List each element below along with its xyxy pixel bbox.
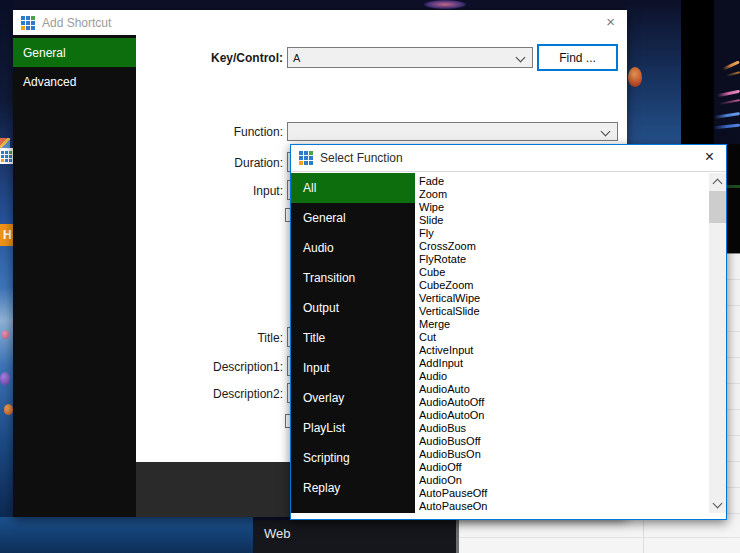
description1-label: Description1: [113, 360, 283, 374]
sidebar-tab-label: Advanced [23, 75, 76, 89]
function-list-item[interactable]: CrossZoom [419, 240, 709, 253]
thumbnail-icon [0, 138, 10, 148]
dialog-title: Add Shortcut [42, 16, 111, 30]
function-list-item[interactable]: AudioBusOn [419, 448, 709, 461]
function-list-item[interactable]: AudioOn [419, 474, 709, 487]
desktop: H Web Add Shortcut × [0, 0, 740, 553]
wallpaper-left-strip [0, 0, 13, 553]
category-tab-label: Audio [303, 241, 334, 255]
close-icon[interactable]: × [705, 147, 714, 167]
category-tab-label: Input [303, 361, 330, 375]
category-tab-label: Replay [303, 481, 340, 495]
partial-button: H [0, 224, 13, 246]
balloon-image [4, 404, 13, 415]
vmix-logo-icon [299, 151, 313, 165]
background-black-panel [681, 0, 714, 144]
category-tab[interactable]: Overlay [291, 383, 415, 413]
chevron-down-icon [601, 127, 611, 137]
wallpaper-top-strip [13, 0, 680, 10]
vmix-logo-icon [21, 16, 35, 30]
background-window-icon [0, 148, 13, 164]
dialog-title: Select Function [320, 151, 403, 165]
function-list-item[interactable]: AudioAutoOff [419, 396, 709, 409]
function-list-item[interactable]: Wipe [419, 201, 709, 214]
category-tab-label: Output [303, 301, 339, 315]
wallpaper-water [0, 517, 253, 553]
function-list-item[interactable]: AutoPauseOff [419, 487, 709, 500]
background-window-panel [456, 520, 740, 553]
function-list-item[interactable]: AudioBusOff [419, 435, 709, 448]
function-list-item[interactable]: Cut [419, 331, 709, 344]
select-function-titlebar[interactable]: Select Function × [291, 145, 726, 172]
category-tab[interactable]: All [291, 173, 415, 203]
select-function-dialog: Select Function × All General Audio Tran… [290, 144, 727, 520]
category-tab-label: All [303, 181, 316, 195]
sidebar-tab-label: General [23, 46, 66, 60]
function-list-item[interactable]: Cube [419, 266, 709, 279]
category-tab[interactable]: Title [291, 323, 415, 353]
chevron-up-icon [713, 179, 723, 189]
function-list-item[interactable]: Slide [419, 214, 709, 227]
category-tab[interactable]: Scripting [291, 443, 415, 473]
scrollbar-down-button[interactable] [709, 496, 726, 513]
function-list-item[interactable]: VerticalSlide [419, 305, 709, 318]
function-list-item[interactable]: AudioBus [419, 422, 709, 435]
category-tab-label: Overlay [303, 391, 344, 405]
function-list[interactable]: Fade Zoom Wipe Slide Fly CrossZoom FlyRo… [415, 173, 709, 513]
key-control-combobox[interactable]: A [287, 47, 533, 68]
balloon-image [0, 372, 10, 385]
function-list-item[interactable]: CubeZoom [419, 279, 709, 292]
chevron-down-icon [516, 53, 526, 63]
scrollbar[interactable] [709, 173, 726, 513]
category-tab[interactable]: Transition [291, 263, 415, 293]
function-list-item[interactable]: Zoom [419, 188, 709, 201]
select-function-sidebar: All General Audio Transition Output [291, 173, 415, 513]
function-list-item[interactable]: AudioAutoOn [419, 409, 709, 422]
category-tab-label: General [303, 211, 346, 225]
input-label: Input: [113, 184, 283, 198]
category-tab[interactable]: Output [291, 293, 415, 323]
category-tab-label: Title [303, 331, 325, 345]
function-list-item[interactable]: Merge [419, 318, 709, 331]
category-tab-label: Scripting [303, 451, 350, 465]
function-list-item[interactable]: Fade [419, 175, 709, 188]
balloon-image [628, 67, 642, 87]
function-list-item[interactable]: Audio [419, 370, 709, 383]
key-control-label: Key/Control: [113, 51, 283, 65]
add-shortcut-sidebar: General Advanced [13, 35, 136, 517]
function-list-item[interactable]: AudioAuto [419, 383, 709, 396]
scrollbar-thumb[interactable] [709, 191, 726, 223]
web-tab-bar[interactable]: Web [253, 520, 456, 553]
function-list-item[interactable]: Fly [419, 227, 709, 240]
category-tab[interactable]: General [291, 203, 415, 233]
close-icon[interactable]: × [606, 12, 615, 32]
category-tab[interactable]: Audio [291, 233, 415, 263]
sidebar-tab[interactable]: Advanced [13, 67, 136, 96]
category-tab[interactable]: Replay [291, 473, 415, 503]
web-tab-label: Web [264, 526, 291, 541]
wallpaper-highlight [424, 0, 466, 9]
chevron-down-icon [713, 499, 723, 509]
category-tab-label: PlayList [303, 421, 345, 435]
find-button[interactable]: Find ... [537, 44, 618, 71]
function-list-item[interactable]: ActiveInput [419, 344, 709, 357]
function-list-item[interactable]: AudioOff [419, 461, 709, 474]
vmix-logo-icon [1, 151, 12, 162]
category-tab[interactable]: PlayList [291, 413, 415, 443]
function-list-item[interactable]: AutoPauseOn [419, 500, 709, 513]
description2-label: Description2: [113, 387, 283, 401]
function-label: Function: [113, 125, 283, 139]
category-tab-label: Transition [303, 271, 355, 285]
scrollbar-up-button[interactable] [709, 173, 726, 190]
function-list-item[interactable]: VerticalWipe [419, 292, 709, 305]
function-list-item[interactable]: FlyRotate [419, 253, 709, 266]
key-control-value: A [293, 52, 300, 64]
add-shortcut-titlebar[interactable]: Add Shortcut × [13, 10, 627, 35]
background-window-rows [727, 144, 740, 520]
duration-label: Duration: [113, 156, 283, 170]
balloon-image [2, 330, 9, 339]
function-list-item[interactable]: AddInput [419, 357, 709, 370]
category-tab[interactable]: Input [291, 353, 415, 383]
function-combobox[interactable] [287, 122, 618, 141]
title-label: Title: [113, 331, 283, 345]
